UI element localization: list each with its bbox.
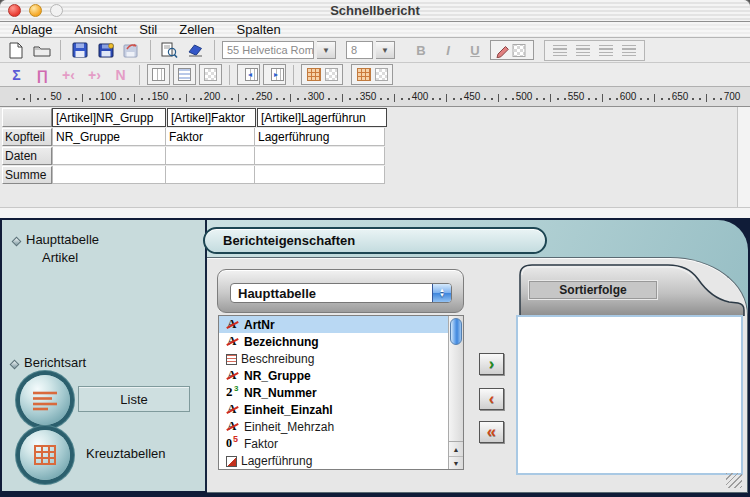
vertical-scrollbar-track[interactable] — [737, 107, 750, 207]
corner-cell[interactable] — [2, 108, 52, 127]
ruler-number: 300 — [308, 91, 325, 102]
report-cell[interactable] — [255, 166, 385, 184]
row-label-cell[interactable]: Summe — [2, 166, 52, 184]
ruler-tick — [706, 94, 707, 102]
repeat-marker-icon[interactable]: N — [109, 64, 132, 85]
scroll-up-icon[interactable]: ▲ — [449, 442, 463, 456]
report-cell[interactable]: NR_Gruppe — [52, 128, 166, 146]
font-size-dropdown-icon[interactable]: ▼ — [376, 41, 395, 59]
ruler-dot — [460, 98, 462, 100]
remove-field-button[interactable]: ‹ — [479, 388, 504, 410]
field-list-scrollbar[interactable]: ▲ ▼ — [448, 316, 463, 469]
underline-button[interactable]: U — [463, 43, 487, 58]
ruler-dot — [172, 98, 174, 100]
popup-stepper-icon[interactable]: ▲▼ — [432, 284, 451, 302]
report-cell[interactable]: Lagerführung — [255, 128, 385, 146]
real-field-icon — [226, 437, 240, 450]
menu-item-ansicht[interactable]: Ansicht — [74, 22, 117, 37]
ruler-tick — [238, 94, 239, 102]
ruler-dot — [609, 98, 611, 100]
font-name-dropdown-icon[interactable]: ▼ — [317, 41, 336, 59]
sum-icon[interactable]: Σ — [5, 64, 28, 85]
ruler-dot — [408, 98, 410, 100]
ruler-number: 400 — [412, 91, 429, 102]
collapse-left-icon[interactable]: +‹ — [57, 64, 80, 85]
font-size-field[interactable]: 8 — [346, 41, 373, 59]
crosstab-report-button[interactable] — [20, 430, 70, 480]
table-popup[interactable]: Haupttabelle ▲▼ — [230, 283, 452, 303]
save-report-icon[interactable] — [68, 40, 91, 61]
column-header-cell[interactable]: [Artikel]NR_Grupp — [52, 108, 166, 127]
field-row-einheit_einzahl[interactable]: Einheit_Einzahl — [219, 401, 463, 418]
move-column-right-button[interactable]: ▸ — [263, 64, 286, 85]
field-list: ArtNrBezeichnungBeschreibungNR_GruppeNR_… — [218, 315, 464, 470]
report-cell[interactable] — [52, 166, 166, 184]
report-cell[interactable]: Faktor — [166, 128, 255, 146]
new-document-icon[interactable] — [4, 40, 27, 61]
cell-format-grid-button[interactable] — [301, 64, 343, 85]
row-label-cell[interactable]: Daten — [2, 147, 52, 165]
repeat-values-icon[interactable]: ∏ — [31, 64, 54, 85]
menu-item-ablage[interactable]: Ablage — [12, 22, 52, 37]
pattern-button[interactable] — [199, 64, 222, 85]
horizontal-scrollbar-track[interactable] — [0, 207, 750, 218]
field-row-nr_nummer[interactable]: NR_Nummer — [219, 384, 463, 401]
scrollbar-thumb[interactable] — [450, 318, 462, 345]
add-field-button[interactable]: › — [479, 353, 504, 375]
font-name-field[interactable]: 55 Helvetica Roman — [222, 41, 314, 59]
fit-column-button[interactable] — [147, 64, 170, 85]
field-row-nr_gruppe[interactable]: NR_Gruppe — [219, 367, 463, 384]
align-left-icon[interactable] — [553, 45, 567, 56]
print-icon[interactable] — [184, 40, 207, 61]
remove-all-fields-button[interactable]: « — [479, 421, 504, 443]
ruler-dot — [432, 98, 434, 100]
column-header-cell[interactable]: [Artikel]Lagerführun — [257, 108, 387, 127]
revert-report-icon[interactable] — [120, 40, 143, 61]
field-row-beschreibung[interactable]: Beschreibung — [219, 350, 463, 367]
report-cell[interactable] — [166, 166, 255, 184]
menu-item-spalten[interactable]: Spalten — [237, 22, 281, 37]
expand-right-icon[interactable]: +› — [83, 64, 106, 85]
sort-order-list[interactable] — [516, 315, 743, 475]
bold-button[interactable]: B — [409, 43, 433, 58]
menu-item-zellen[interactable]: Zellen — [179, 22, 214, 37]
ruler-dot — [120, 98, 122, 100]
field-row-lagerführung[interactable]: Lagerführung — [219, 452, 463, 469]
align-right-icon[interactable] — [599, 45, 613, 56]
resize-grip[interactable] — [726, 473, 742, 488]
save-report-as-icon[interactable] — [94, 40, 117, 61]
alternate-format-grid-button[interactable] — [351, 64, 393, 85]
ruler-dot — [439, 98, 441, 100]
column-header-cell[interactable]: [Artikel]Faktor — [167, 108, 256, 127]
ruler-tick — [498, 94, 499, 102]
list-type-option[interactable]: Liste — [78, 386, 190, 412]
scroll-down-icon[interactable]: ▼ — [449, 456, 463, 470]
italic-button[interactable]: I — [436, 43, 460, 58]
field-row-einheit_mehrzah[interactable]: Einheit_Mehrzah — [219, 418, 463, 435]
ruler-dot — [304, 98, 306, 100]
crosstab-type-option[interactable]: Kreuztabellen — [86, 446, 166, 461]
report-cell[interactable] — [255, 147, 385, 165]
ruler-tick — [30, 94, 31, 102]
field-name: Einheit_Einzahl — [244, 403, 333, 417]
master-table-bullet-icon — [12, 237, 22, 247]
open-folder-icon[interactable] — [30, 40, 53, 61]
list-report-button[interactable] — [20, 375, 70, 425]
print-preview-icon[interactable] — [158, 40, 181, 61]
ruler-dot — [692, 98, 694, 100]
list-icon — [32, 390, 58, 411]
horizontal-ruler[interactable]: 5010015020025030035040045050055060065070… — [0, 87, 750, 107]
align-justify-icon[interactable] — [622, 45, 636, 56]
row-label-cell[interactable]: Kopfteil — [2, 128, 52, 146]
report-cell[interactable] — [166, 147, 255, 165]
titlebar[interactable]: Schnellbericht — [0, 0, 750, 22]
row-display-button[interactable] — [173, 64, 196, 85]
pencil-pattern-button[interactable] — [490, 40, 534, 60]
report-cell[interactable] — [52, 147, 166, 165]
menu-item-stil[interactable]: Stil — [139, 22, 157, 37]
field-row-faktor[interactable]: Faktor — [219, 435, 463, 452]
field-row-bezeichnung[interactable]: Bezeichnung — [219, 333, 463, 350]
align-center-icon[interactable] — [576, 45, 590, 56]
field-row-artnr[interactable]: ArtNr — [219, 316, 463, 333]
move-column-left-button[interactable]: ◂ — [237, 64, 260, 85]
